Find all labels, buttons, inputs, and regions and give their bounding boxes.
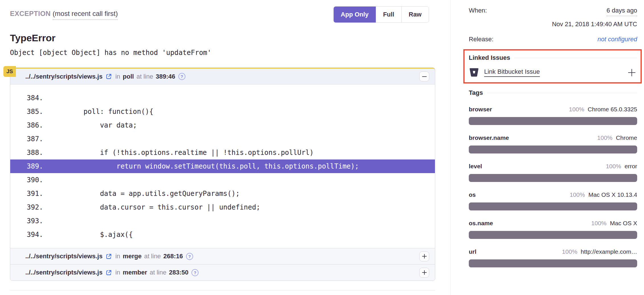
code-line-392: 392. data.cursor = this.cursor || undefi… [10, 200, 435, 214]
raw-button[interactable]: Raw [401, 7, 429, 22]
frame-file-path: ../../sentry/scripts/views.js [25, 253, 102, 260]
collapse-frame-button[interactable] [419, 71, 429, 81]
code-text: return window.setTimeout(this.poll, this… [51, 162, 359, 170]
external-link-icon[interactable] [106, 269, 112, 276]
code-line-386: 386. var data; [10, 118, 435, 132]
call-order-note[interactable]: (most recent call first) [53, 10, 118, 20]
when-row: When: 6 days ago [469, 7, 637, 16]
link-bitbucket-row: Link Bitbucket Issue [469, 67, 637, 78]
stack-frame-header-active[interactable]: ../../sentry/scripts/views.js in poll at… [10, 68, 435, 84]
exception-heading: EXCEPTION (most recent call first) [10, 10, 118, 18]
stacktrace-view-toggle: App Only Full Raw [333, 6, 429, 23]
tag-name: os [469, 191, 476, 198]
tag-distribution-bar [469, 174, 637, 182]
frame-function: merge [123, 253, 142, 260]
release-label: Release: [469, 36, 494, 43]
tags-section: Tags browser 100% Chrome 65.0.3325 brows… [469, 89, 637, 267]
help-icon[interactable]: ? [178, 73, 185, 80]
frame-file-path: ../../sentry/scripts/views.js [25, 73, 102, 80]
tag-value: http://example.com… [581, 248, 637, 255]
exception-panel: EXCEPTION (most recent call first) App O… [0, 0, 450, 295]
tag-name: level [469, 163, 482, 170]
tag-row: url 100% http://example.com… [469, 248, 637, 267]
error-message: Object [object Object] has no method 'up… [10, 49, 435, 57]
tag-distribution-bar [469, 259, 637, 267]
tag-name: browser.name [469, 134, 509, 141]
help-icon[interactable]: ? [186, 253, 193, 260]
release-value-link[interactable]: not configured [598, 36, 637, 43]
add-linked-issue-button[interactable] [628, 68, 636, 77]
code-line-387: 387. [10, 132, 435, 146]
tag-row: browser 100% Chrome 65.0.3325 [469, 106, 637, 125]
tag-percent: 100% [597, 134, 613, 141]
section-rule [514, 58, 637, 58]
when-relative-time[interactable]: 6 days ago [606, 7, 637, 16]
link-bitbucket-issue-link[interactable]: Link Bitbucket Issue [484, 68, 540, 77]
line-number: 390. [27, 176, 51, 184]
stack-frame-header[interactable]: ../../sentry/scripts/views.js in member … [10, 264, 435, 280]
tag-value: Chrome [616, 134, 637, 141]
frame-atline-label: at line [144, 253, 161, 260]
tag-distribution-bar [469, 117, 637, 125]
expand-frame-button[interactable] [419, 268, 429, 278]
frame-file-path: ../../sentry/scripts/views.js [25, 269, 102, 276]
tag-row: os.name 100% Mac OS X [469, 220, 637, 239]
tag-row: os 100% Mac OS X 10.13.4 [469, 191, 637, 210]
frame-lineno: 389:46 [156, 73, 175, 80]
code-line-389: 389. return window.setTimeout(this.poll,… [10, 159, 435, 173]
full-button[interactable]: Full [376, 7, 401, 22]
frame-in-label: in [115, 269, 120, 276]
code-line-394: 394. $.ajax({ [10, 228, 435, 241]
frame-function: poll [123, 73, 134, 80]
frame-lineno: 283:50 [169, 269, 189, 276]
code-line-384: 384. [10, 91, 435, 105]
tag-row: browser.name 100% Chrome [469, 134, 637, 153]
line-number: 391. [27, 190, 51, 198]
tag-name: browser [469, 106, 492, 113]
code-line-388: 388. if (!this.options.realtime || !this… [10, 146, 435, 159]
code-text: poll: function(){ [51, 108, 153, 116]
code-line-391: 391. data = app.utils.getQueryParams(); [10, 187, 435, 200]
bitbucket-icon [469, 67, 479, 78]
frame-in-label: in [115, 73, 120, 80]
line-number: 387. [27, 135, 51, 143]
tag-percent: 100% [570, 191, 585, 198]
code-line-393: 393. [10, 214, 435, 228]
tag-distribution-bar [469, 146, 637, 153]
code-line-385: 385. poll: function(){ [10, 105, 435, 118]
expand-frame-button[interactable] [419, 251, 429, 261]
issue-detail-page: EXCEPTION (most recent call first) App O… [0, 0, 644, 295]
frame-function: member [123, 269, 147, 276]
tag-percent: 100% [591, 220, 607, 227]
line-number: 393. [27, 217, 51, 225]
tags-list: browser 100% Chrome 65.0.3325 browser.na… [469, 106, 637, 267]
tag-value: Mac OS X 10.13.4 [588, 191, 637, 198]
frame-atline-label: at line [150, 269, 166, 276]
tag-percent: 100% [606, 163, 621, 170]
stack-trace: JS ../../sentry/scripts/views.js in poll… [10, 67, 435, 281]
tag-distribution-bar [469, 202, 637, 210]
frame-atline-label: at line [137, 73, 153, 80]
frame-lineno: 268:16 [163, 253, 183, 260]
exception-label: EXCEPTION [10, 10, 51, 17]
tag-name: os.name [469, 220, 493, 227]
event-sidebar: When: 6 days ago Nov 21, 2018 1:49:40 AM… [451, 0, 644, 295]
tag-name: url [469, 248, 476, 255]
app-only-button[interactable]: App Only [334, 7, 376, 22]
code-text: var data; [51, 121, 137, 129]
stack-frame-header[interactable]: ../../sentry/scripts/views.js in merge a… [10, 248, 435, 264]
code-text: $.ajax({ [51, 231, 133, 239]
section-rule [487, 93, 637, 93]
tag-value: Mac OS X [610, 220, 637, 227]
release-row: Release: not configured [469, 36, 637, 43]
help-icon[interactable]: ? [191, 269, 199, 276]
external-link-icon[interactable] [106, 73, 112, 80]
line-number: 389. [27, 162, 51, 170]
line-number: 392. [27, 203, 51, 211]
when-label: When: [469, 7, 487, 14]
js-platform-badge: JS [3, 66, 16, 77]
external-link-icon[interactable] [106, 253, 112, 260]
error-type-title: TypeError [10, 32, 435, 44]
line-number: 388. [27, 149, 51, 157]
frame-in-label: in [115, 253, 120, 260]
